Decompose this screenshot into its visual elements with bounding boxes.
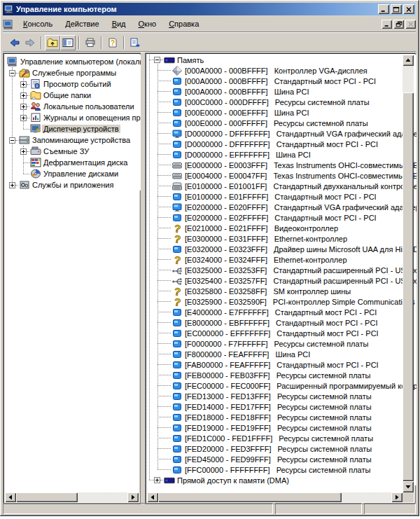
titlebar[interactable]: Управление компьютером (3, 3, 416, 15)
memory-resource-row[interactable]: ?[E0325900 - E032590F]PCI-контроллер Sim… (147, 296, 416, 307)
tree-item-diskmgmt[interactable]: Управление дисками (5, 168, 141, 179)
memory-resource-row[interactable]: [FED1C000 - FED1FFFF]Ресурсы системной п… (147, 433, 416, 443)
memory-resource-row[interactable]: [E0100000 - E01001FF]Стандартный двухкан… (147, 181, 416, 191)
memory-resource-row[interactable]: ?[E0300000 - E031FFFF]Ethernet-контролле… (147, 233, 416, 244)
memory-resource-row[interactable]: [FED13000 - FED13FFF]Ресурсы системной п… (147, 391, 416, 401)
left-horizontal-scrollbar[interactable] (5, 492, 139, 502)
memory-resource-row[interactable]: [000C0000 - 000DFFFF]Ресурсы системной п… (147, 97, 416, 107)
export-list-button[interactable] (127, 35, 143, 50)
memory-resource-row[interactable]: [E4000000 - E7FFFFFF]Стандартный мост PC… (147, 307, 416, 317)
memory-node-memory[interactable]: Память (147, 55, 416, 65)
memory-resource-row[interactable]: [FEC00000 - FEC000FF]Расширенный програм… (147, 380, 416, 391)
memory-resource-row[interactable]: [E0000000 - E0003FFF]Texas Instruments O… (147, 160, 416, 170)
tree-item-storage[interactable]: Запоминающие устройства (5, 134, 141, 146)
tree-connector (158, 438, 171, 438)
memory-resource-row[interactable]: [FED14000 - FED17FFF]Ресурсы системной п… (147, 401, 416, 412)
help-button[interactable]: ? (105, 35, 120, 50)
back-button[interactable] (7, 35, 22, 50)
memory-resource-row[interactable]: ?[E0325800 - E03258FF]SM контроллер шины (147, 286, 416, 296)
memory-resource-row[interactable]: [D0000000 - DFFFFFFF]Стандартный мост PC… (147, 139, 416, 149)
memory-resource-row[interactable]: [E0320000 - E0323FFF]Драйвер шины Micros… (147, 244, 416, 254)
memory-resource-row[interactable]: [EC000000 - EFFFFFFF]Стандартный мост PC… (147, 328, 416, 338)
minimize-button[interactable] (378, 4, 389, 14)
memory-resource-row[interactable]: [FFC00000 - FFFFFFFF]Ресурсы системной п… (147, 464, 416, 475)
scroll-down-button[interactable] (402, 481, 414, 492)
tree-item-sharedfolders[interactable]: Общие папки (5, 90, 141, 101)
expand-button[interactable] (20, 148, 27, 155)
print-button[interactable] (83, 35, 98, 50)
scroll-thumb[interactable] (402, 92, 414, 481)
expand-button[interactable] (20, 115, 27, 121)
question-icon: ? (172, 296, 183, 307)
scroll-track[interactable] (402, 66, 414, 481)
scroll-up-button[interactable] (402, 55, 414, 66)
child-close-button[interactable] (405, 20, 416, 29)
tree-item-devmgr[interactable]: Диспетчер устройств (5, 123, 141, 134)
scroll-right-button[interactable] (127, 492, 139, 502)
tree-item-services[interactable]: Службы и приложения (5, 179, 141, 191)
up-one-level-button[interactable] (45, 35, 60, 50)
expand-button[interactable] (154, 477, 160, 483)
tree-item-users[interactable]: Локальные пользователи (5, 101, 141, 112)
right-horizontal-scrollbar[interactable] (147, 492, 402, 502)
memory-resource-row[interactable]: [E0325400 - E03257FF]Стандартный расшире… (147, 275, 416, 286)
scroll-right-button[interactable] (391, 492, 402, 502)
collapse-button[interactable] (154, 57, 160, 63)
memory-resource-row[interactable]: [FED18000 - FED18FFF]Ресурсы системной п… (147, 412, 416, 422)
memory-resource-row[interactable]: [E0004000 - E00047FF]Texas Instruments O… (147, 170, 416, 181)
scroll-thumb[interactable] (16, 492, 78, 502)
expand-button[interactable] (9, 182, 15, 188)
close-button[interactable] (403, 4, 414, 14)
memory-resource-row[interactable]: [D0000000 - EFFFFFFF]Шина PCI (147, 149, 416, 160)
expand-button[interactable] (20, 104, 27, 110)
collapse-button[interactable] (9, 70, 15, 76)
child-restore-button[interactable] (393, 20, 404, 29)
memory-resource-row[interactable]: [E0325000 - E03253FF]Стандартный расшире… (147, 265, 416, 275)
memory-resource-row[interactable]: ?[E0324000 - E0324FFF]Ethernet-контролле… (147, 254, 416, 265)
memory-resource-row[interactable]: [FED19000 - FED19FFF]Ресурсы системной п… (147, 422, 416, 433)
tree-item-computer[interactable]: Управление компьютером (локаль (5, 56, 141, 67)
memory-resource-row[interactable]: [000A0000 - 000BFFFF]Контроллер VGA-дисп… (147, 65, 416, 76)
scroll-track[interactable] (158, 492, 391, 502)
scroll-thumb[interactable] (158, 492, 342, 502)
memory-resource-row[interactable]: [FAB00000 - FEAFFFFF]Стандартный мост PC… (147, 359, 416, 370)
memory-resource-row[interactable]: [000A0000 - 000BFFFF]Стандартный мост PC… (147, 76, 416, 86)
forward-button[interactable] (22, 35, 38, 50)
memory-resource-row[interactable]: [D0000000 - DFFFFFFF]Стандартный VGA гра… (147, 128, 416, 139)
tree-item-tools[interactable]: Служебные программы (5, 67, 141, 78)
collapse-button[interactable] (9, 137, 15, 144)
scroll-left-button[interactable] (5, 492, 16, 502)
show-hide-tree-button[interactable] (60, 35, 76, 50)
menu-action[interactable]: Действие (59, 18, 105, 30)
tree-item-defrag[interactable]: Дефрагментация диска (5, 157, 141, 168)
scroll-left-button[interactable] (147, 492, 158, 502)
memory-resource-row[interactable]: [E0200000 - E02FFFFF]Стандартный мост PC… (147, 212, 416, 223)
memory-resource-row[interactable]: ?[E0210000 - E021FFFF]Видеоконтроллер (147, 223, 416, 233)
memory-resource-row[interactable]: [000E0000 - 000FFFFF]Ресурсы системной п… (147, 118, 416, 128)
memory-resource-row[interactable]: [E8000000 - EBFFFFFF]Стандартный мост PC… (147, 317, 416, 328)
memory-resource-row[interactable]: [000A0000 - 000BFFFF]Шина PCI (147, 86, 416, 97)
expand-button[interactable] (20, 81, 27, 88)
tree-item-removable[interactable]: Съемные ЗУ (5, 146, 141, 157)
menu-view[interactable]: Вид (106, 18, 132, 30)
memory-resource-row[interactable]: [E0200000 - E020FFFF]Стандартный VGA гра… (147, 202, 416, 212)
tree-item-perflogs[interactable]: Журналы и оповещения пр (5, 112, 141, 123)
right-vertical-scrollbar[interactable] (402, 55, 414, 492)
memory-resource-row[interactable]: [FED20000 - FED3FFFF]Ресурсы системной п… (147, 443, 416, 454)
memory-resource-row[interactable]: [FEB00000 - FEB03FFF]Ресурсы системной п… (147, 370, 416, 380)
scroll-track[interactable] (16, 492, 127, 502)
memory-node-dma[interactable]: Прямой доступ к памяти (DMA) (147, 475, 416, 485)
menu-help[interactable]: Справка (162, 18, 205, 30)
memory-resource-row[interactable]: [F0000000 - F7FFFFFF]Ресурсы системной п… (147, 338, 416, 349)
memory-resource-row[interactable]: [FED45000 - FED99FFF]Ресурсы системной п… (147, 454, 416, 464)
child-minimize-button[interactable] (382, 20, 392, 29)
memory-resource-row[interactable]: [E0100000 - E01FFFFF]Стандартный мост PC… (147, 191, 416, 202)
expand-button[interactable] (20, 92, 27, 99)
menu-console[interactable]: Консоль (17, 18, 59, 30)
memory-resource-row[interactable]: [000E0000 - 000EFFFF]Шина PCI (147, 107, 416, 118)
menu-window[interactable]: Окно (132, 18, 163, 30)
memory-resource-row[interactable]: [F8000000 - FEAFFFFF]Шина PCI (147, 349, 416, 359)
maximize-button[interactable] (391, 4, 402, 14)
resource-range: [E0325000 - E03253FF] (183, 266, 268, 275)
tree-item-events[interactable]: Просмотр событий (5, 78, 141, 90)
